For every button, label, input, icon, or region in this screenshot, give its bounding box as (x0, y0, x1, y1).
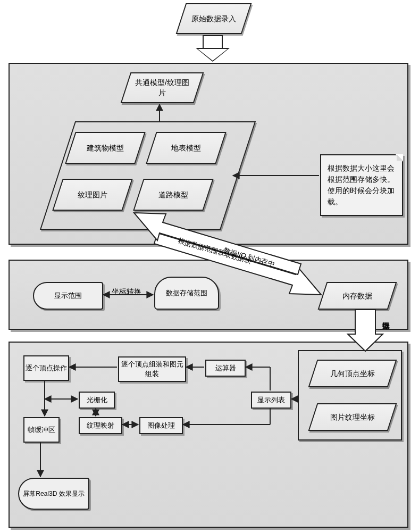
texture-mapping-label: 纹理映射 (87, 421, 114, 430)
raw-data-input-label: 原始数据录入 (186, 14, 241, 24)
screen-display: 屏幕Real3D 效果显示 (18, 478, 89, 510)
per-vertex-op-label: 逐个顶点操作 (26, 363, 67, 373)
geometry-vertex-coords-label: 几何顶点坐标 (325, 369, 380, 379)
memory-data-label: 内存数据 (337, 291, 378, 301)
building-model: 建筑物模型 (65, 132, 145, 164)
display-list-label: 显示列表 (257, 395, 285, 405)
common-model-texture: 共通模型/纹理图片 (121, 72, 204, 103)
rasterize: 光栅化 (79, 392, 115, 409)
texture-mapping: 纹理映射 (79, 417, 122, 434)
image-processing-label: 图像处理 (147, 421, 175, 430)
road-model: 道路模型 (133, 179, 213, 211)
display-range-label: 显示范围 (54, 291, 82, 301)
framebuffer: 帧缓冲区 (23, 417, 60, 443)
vertex-assembly: 逐个顶点组装和图元组装 (118, 356, 186, 382)
screen-display-label: 屏幕Real3D 效果显示 (23, 489, 84, 498)
building-model-label: 建筑物模型 (81, 143, 129, 153)
geometry-vertex-coords: 几何顶点坐标 (308, 360, 397, 387)
data-storage-range-label: 数据存储范围 (166, 288, 207, 298)
data-storage-range: 数据存储范围 (154, 277, 219, 310)
image-processing: 图像处理 (139, 417, 183, 434)
image-texture-coords: 图片纹理坐标 (308, 403, 397, 431)
display-list: 显示列表 (251, 392, 291, 409)
terrain-model: 地表模型 (146, 132, 226, 164)
memory-data: 内存数据 (318, 282, 397, 310)
terrain-model-label: 地表模型 (166, 143, 206, 153)
calculator: 运算器 (205, 360, 246, 377)
rasterize-label: 光栅化 (87, 395, 107, 405)
per-vertex-op: 逐个顶点操作 (23, 355, 69, 381)
arrow-input-to-storage (194, 35, 232, 63)
coord-transform-label: 坐标转换 (112, 287, 141, 297)
vertex-assembly-label: 逐个顶点组装和图元组装 (119, 360, 185, 379)
raw-data-input: 原始数据录入 (176, 3, 252, 34)
calculator-label: 运算器 (215, 363, 236, 373)
storage-note: 根据数据大小这里会根据范围存储多快。使用的时候会分块加载。 (320, 154, 403, 216)
storage-note-text: 根据数据大小这里会根据范围存储多快。使用的时候会分块加载。 (328, 164, 395, 206)
framebuffer-label: 帧缓冲区 (28, 425, 55, 435)
road-model-label: 道路模型 (153, 190, 194, 200)
display-range: 显示范围 (33, 282, 103, 310)
common-model-texture-label: 共通模型/纹理图片 (127, 78, 198, 98)
texture-image: 纹理图片 (52, 179, 132, 211)
texture-image-label: 纹理图片 (72, 190, 113, 200)
image-texture-coords-label: 图片纹理坐标 (325, 412, 380, 422)
